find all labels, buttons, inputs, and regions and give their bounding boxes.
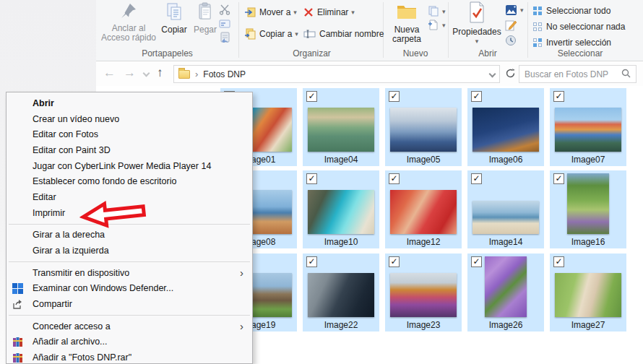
- easy-access-button[interactable]: ▾: [428, 4, 446, 18]
- open-with-button[interactable]: ▾: [505, 2, 524, 17]
- copy-to-label: Copiar a: [259, 29, 292, 39]
- photo-thumbnail: [308, 273, 374, 317]
- recent-locations-chevron[interactable]: [143, 70, 150, 77]
- menu-item-examinar-con-windows-defender[interactable]: Examinar con Windows Defender...: [7, 281, 252, 297]
- rename-label: Cambiar nombre: [319, 29, 384, 39]
- menu-item-compartir[interactable]: Compartir: [7, 296, 252, 312]
- file-tile-image10[interactable]: ✓Image10: [303, 170, 379, 248]
- delete-label: Eliminar: [317, 7, 348, 17]
- item-checkbox[interactable]: ✓: [306, 256, 317, 267]
- file-tile-image26[interactable]: ✓Image26: [467, 254, 544, 332]
- pin-to-quick-access-button[interactable]: Anclar al Acceso rápido: [100, 2, 157, 43]
- copy-path-button[interactable]: [219, 17, 231, 30]
- file-tile-image06[interactable]: ✓Image06: [467, 88, 544, 166]
- item-checkbox[interactable]: ✓: [553, 256, 564, 267]
- ribbon: Anclar al Acceso rápido Copiar Pegar: [96, 0, 643, 61]
- file-tile-image12[interactable]: ✓Image12: [385, 170, 462, 248]
- menu-item-label: Añadir al archivo...: [27, 337, 246, 347]
- new-item-button[interactable]: ▾: [428, 18, 446, 32]
- search-icon: [621, 68, 631, 81]
- menu-separator: [9, 315, 250, 316]
- file-name-label: Image16: [550, 237, 626, 247]
- item-checkbox[interactable]: ✓: [306, 173, 317, 184]
- item-checkbox[interactable]: ✓: [471, 91, 482, 102]
- rename-button[interactable]: Cambiar nombre: [303, 27, 384, 41]
- file-tile-image05[interactable]: ✓Image05: [385, 88, 462, 166]
- winrar-icon: [12, 337, 27, 347]
- copy-to-button[interactable]: Copiar a ▾: [244, 27, 298, 41]
- select-all-button[interactable]: Seleccionar todo: [532, 4, 610, 18]
- move-to-icon: [244, 6, 256, 18]
- item-checkbox[interactable]: ✓: [471, 173, 482, 184]
- rename-icon: [303, 29, 316, 39]
- photo-thumbnail: [567, 173, 609, 234]
- refresh-button[interactable]: [505, 68, 516, 82]
- breadcrumb[interactable]: Fotos DNP: [203, 69, 246, 79]
- move-to-button[interactable]: Mover a ▾: [244, 5, 297, 20]
- menu-item-conceder-acceso-a[interactable]: Conceder acceso a›: [7, 318, 252, 334]
- copy-button[interactable]: Copiar: [158, 2, 190, 35]
- chevron-down-icon: ▾: [295, 30, 298, 38]
- file-tile-image27[interactable]: ✓Image27: [550, 254, 626, 332]
- menu-item-label: Añadir a "Fotos DNP.rar": [27, 352, 246, 363]
- address-dropdown-chevron[interactable]: [489, 71, 496, 78]
- up-button[interactable]: ↑: [157, 66, 163, 80]
- paste-shortcut-button[interactable]: [219, 30, 231, 44]
- file-tile-image16[interactable]: ✓Image16: [550, 170, 626, 248]
- menu-item-girar-a-la-izquierda[interactable]: Girar a la izquierda: [7, 243, 252, 259]
- item-checkbox[interactable]: ✓: [389, 91, 400, 102]
- menu-item-abrir[interactable]: Abrir: [7, 95, 252, 111]
- back-button[interactable]: ←: [103, 66, 116, 80]
- cut-button[interactable]: [219, 3, 231, 17]
- search-placeholder: Buscar en Fotos DNP: [525, 69, 608, 79]
- file-name-label: Image10: [303, 237, 379, 247]
- menu-item-crear-un-v-deo-nuevo[interactable]: Crear un vídeo nuevo: [7, 111, 252, 127]
- menu-item-label: Examinar con Windows Defender...: [27, 283, 246, 293]
- history-button[interactable]: [505, 32, 524, 48]
- menu-item-editar-con-paint-3d[interactable]: Editar con Paint 3D: [7, 142, 252, 158]
- select-none-button[interactable]: No seleccionar nada: [532, 20, 625, 34]
- file-name-label: Image27: [550, 320, 626, 330]
- properties-button[interactable]: Propiedades ▾: [454, 1, 499, 46]
- menu-item-jugar-con-cyberlink-power-media-player-14[interactable]: Jugar con CyberLink Power Media Player 1…: [7, 158, 252, 174]
- edit-button[interactable]: [505, 17, 524, 32]
- winrar-icon: [12, 352, 27, 363]
- paste-button[interactable]: Pegar: [191, 2, 220, 35]
- invert-selection-label: Invertir selección: [546, 38, 611, 48]
- delete-button[interactable]: Eliminar ▾: [303, 5, 355, 20]
- context-menu: AbrirCrear un vídeo nuevoEditar con Foto…: [6, 92, 253, 364]
- file-tile-image07[interactable]: ✓Image07: [550, 88, 626, 166]
- invert-selection-icon: [532, 38, 543, 48]
- item-checkbox[interactable]: ✓: [389, 256, 400, 267]
- menu-item-girar-a-la-derecha[interactable]: Girar a la derecha: [7, 228, 252, 243]
- item-checkbox[interactable]: ✓: [306, 91, 317, 102]
- menu-item-establecer-como-fondo-de-escritorio[interactable]: Establecer como fondo de escritorio: [7, 173, 252, 189]
- file-tile-image22[interactable]: ✓Image22: [303, 254, 379, 332]
- file-tile-image23[interactable]: ✓Image23: [385, 254, 462, 332]
- menu-item-label: Establecer como fondo de escritorio: [27, 176, 246, 186]
- file-name-label: Image04: [303, 155, 379, 165]
- menu-item-transmitir-en-dispositivo[interactable]: Transmitir en dispositivo›: [7, 265, 252, 281]
- item-checkbox[interactable]: ✓: [471, 256, 482, 267]
- new-folder-button[interactable]: Nueva carpeta: [387, 2, 427, 44]
- forward-button[interactable]: →: [124, 66, 136, 80]
- search-box[interactable]: Buscar en Fotos DNP: [519, 65, 636, 83]
- invert-selection-button[interactable]: Invertir selección: [532, 35, 611, 50]
- item-checkbox[interactable]: ✓: [553, 91, 564, 102]
- submenu-chevron-icon: ›: [240, 320, 246, 332]
- properties-icon: [467, 1, 486, 25]
- item-checkbox[interactable]: ✓: [553, 173, 564, 184]
- clipboard-group-label: Portapapeles: [96, 48, 238, 58]
- file-tile-image04[interactable]: ✓Image04: [303, 88, 379, 166]
- item-checkbox[interactable]: ✓: [389, 173, 400, 184]
- properties-label: Propiedades: [452, 27, 501, 37]
- address-box[interactable]: › Fotos DNP: [173, 65, 500, 83]
- photo-thumbnail: [390, 108, 457, 152]
- menu-item-editar-con-fotos[interactable]: Editar con Fotos: [7, 126, 252, 142]
- menu-item-a-adir-al-archivo[interactable]: Añadir al archivo...: [7, 334, 252, 350]
- menu-separator: [9, 261, 250, 262]
- photo-thumbnail: [472, 201, 539, 234]
- menu-item-a-adir-a-fotos-dnp-rar[interactable]: Añadir a "Fotos DNP.rar": [7, 350, 252, 364]
- chevron-down-icon: ▾: [293, 9, 297, 16]
- file-tile-image14[interactable]: ✓Image14: [467, 170, 544, 248]
